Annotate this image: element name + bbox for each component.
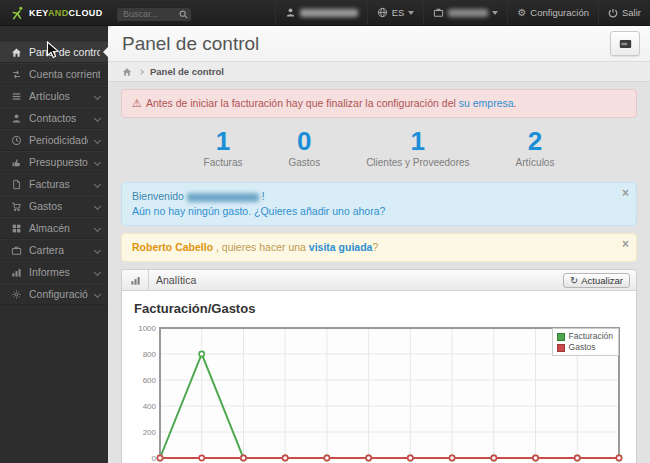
video-help-button[interactable] [610,31,640,56]
user-name: Roberto Cabello [132,241,213,253]
alert-configuration: ⚠Antes de iniciar la facturación hay que… [121,89,637,118]
stat-value: 0 [288,128,320,154]
user-icon [11,113,22,124]
blurred-username [300,9,358,17]
breadcrumb: Panel de control [108,62,650,82]
legend-label: Facturación [569,331,613,342]
legend-label: Gastos [569,342,596,353]
navbar-exit-button[interactable]: Salir [598,0,650,25]
list-icon [11,91,22,102]
breadcrumb-separator-icon [138,69,144,75]
logo-figure-icon [10,5,25,21]
panel-title: Analítica [156,274,196,286]
video-icon [619,39,632,49]
chevron-down-icon [94,92,101,99]
sidebar-item-art-culos[interactable]: Artículos [0,85,108,107]
chart-title: Facturación/Gastos [134,301,624,316]
navbar-company-menu[interactable] [423,0,507,25]
stat-gastos[interactable]: 0Gastos [288,128,320,168]
alert-welcome: Bienvenido ! Aún no hay ningún gasto. ¿Q… [121,182,637,226]
stat-clientes-y-proveedores[interactable]: 1Clientes y Proveedores [366,128,469,168]
page-header: Panel de control [108,26,650,62]
welcome-line2[interactable]: Aún no hay ningún gasto. ¿Quieres añadir… [132,204,614,219]
search-icon[interactable] [179,5,188,23]
close-icon[interactable]: × [622,238,629,250]
sidebar-item-gastos[interactable]: Gastos [0,195,108,217]
stat-art-culos[interactable]: 2Artículos [516,128,555,168]
sidebar-item-label: Presupuestos [29,156,88,168]
sidebar-item-periodicidades[interactable]: Periodicidades [0,129,108,151]
close-icon[interactable]: × [622,187,629,199]
brand-logo[interactable]: KEYANDCLOUD [0,5,108,21]
sidebar-item-presupuestos[interactable]: Presupuestos [0,151,108,173]
sidebar-item-configuraci-n[interactable]: Configuración [0,283,108,305]
sidebar-item-contactos[interactable]: Contactos [0,107,108,129]
blurred-company [448,9,488,17]
language-label: ES [392,7,405,18]
navbar-config-button[interactable]: ⚙ Configuración [507,0,598,25]
stat-label: Artículos [516,157,555,168]
sidebar-item-almac-n[interactable]: Almacén [0,217,108,239]
chevron-down-icon [94,290,101,297]
brand-name: KEYANDCLOUD [29,8,103,18]
blurred-welcome-name [187,193,259,202]
chevron-down-icon [94,158,101,165]
svg-text:600: 600 [143,376,157,385]
cart-icon [11,201,22,212]
svg-text:200: 200 [143,428,157,437]
app-window: KEYANDCLOUD ES [0,0,650,463]
chevron-down-icon [94,246,101,253]
content-area: ⚠Antes de iniciar la facturación hay que… [108,82,650,463]
gear-icon [11,289,22,300]
analytics-panel: Analítica ↻ Actualizar Facturación/Gasto… [121,269,637,463]
alert-danger-text: Antes de iniciar la facturación hay que … [146,97,456,109]
bar-chart-icon [11,267,22,278]
refresh-button[interactable]: ↻ Actualizar [563,273,630,288]
chevron-down-icon [94,180,101,187]
chart-legend: FacturaciónGastos [552,328,619,356]
analytics-panel-header: Analítica ↻ Actualizar [122,270,636,291]
refresh-icon: ↻ [570,275,578,286]
sidebar-item-cuenta-corriente[interactable]: Cuenta corriente [0,63,108,85]
globe-icon [377,7,388,18]
caret-down-icon [492,11,498,15]
sidebar-item-label: Contactos [29,112,76,124]
sidebar-item-cartera[interactable]: Cartera [0,239,108,261]
sidebar-item-label: Periodicidades [29,134,88,146]
sidebar-item-label: Cuenta corriente [29,68,100,80]
sidebar-item-panel-de-control[interactable]: Panel de control [0,41,108,63]
sidebar: Panel de controlCuenta corrienteArtículo… [0,26,108,463]
page-title: Panel de control [122,33,259,55]
sidebar-item-facturas[interactable]: Facturas [0,173,108,195]
chevron-down-icon [94,224,101,231]
legend-entry-facturaci-n: Facturación [557,331,613,342]
navbar-user-menu[interactable] [275,0,367,25]
sidebar-item-label: Cartera [29,244,64,256]
warning-icon: ⚠ [132,97,142,110]
add-expense-link: Aún no hay ningún gasto. ¿Quieres añadir… [132,205,385,217]
svg-text:1000: 1000 [138,324,156,333]
svg-text:0: 0 [152,454,157,463]
chevron-down-icon [94,136,101,143]
top-navbar: KEYANDCLOUD ES [0,0,650,26]
stat-value: 1 [204,128,243,154]
sidebar-item-informes[interactable]: Informes [0,261,108,283]
sidebar-item-label: Artículos [29,90,70,102]
user-icon [285,7,296,18]
clock-icon [11,135,22,146]
sidebar-item-label: Gastos [29,200,62,212]
navbar-language-menu[interactable]: ES [367,0,424,25]
line-chart: 02004006008001000GenFebMarAbrMayoJunJulA… [134,323,624,463]
guided-tour-link[interactable]: visita guiada [309,241,373,253]
stat-facturas[interactable]: 1Facturas [204,128,243,168]
power-icon [608,8,618,18]
company-setup-link[interactable]: su empresa [459,97,514,109]
stat-value: 1 [366,128,469,154]
legend-swatch [557,333,565,341]
briefcase-icon [433,7,444,18]
home-icon [11,47,22,58]
stat-label: Facturas [204,157,243,168]
home-icon[interactable] [122,67,132,77]
bar-chart-icon [130,275,141,286]
sidebar-item-label: Facturas [29,178,70,190]
